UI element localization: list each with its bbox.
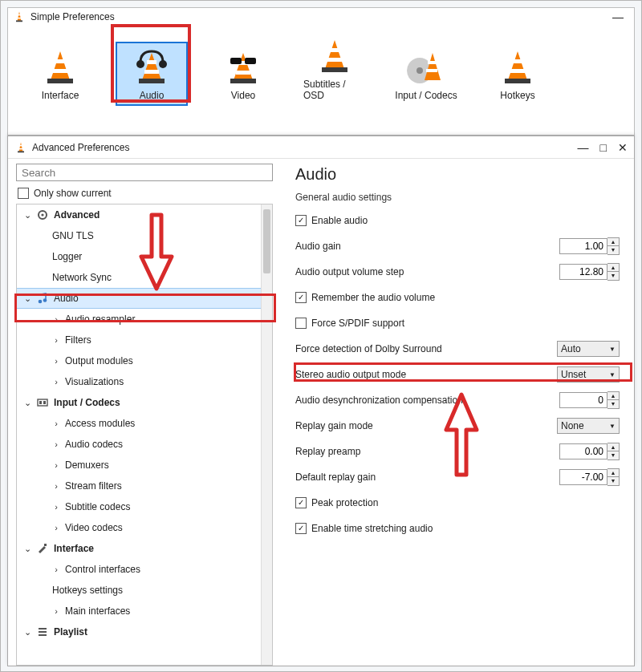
- field-label: Replay preamp: [295, 446, 559, 457]
- tree-item-video-codecs[interactable]: ›Video codecs: [17, 517, 272, 538]
- svg-rect-1: [18, 14, 21, 16]
- tree-item-stream-filters[interactable]: ›Stream filters: [17, 476, 272, 496]
- row-remember-volume[interactable]: Remember the audio volume: [295, 288, 620, 307]
- cone-icon: [494, 48, 542, 87]
- simple-preferences-window: Simple Preferences — Interface Audio Vid…: [7, 7, 635, 136]
- tree-item-audio-codecs[interactable]: ›Audio codecs: [17, 434, 272, 455]
- row-enable-audio[interactable]: Enable audio: [295, 211, 620, 230]
- chevron-right-icon: ›: [52, 377, 60, 387]
- default-replay-gain-spinner[interactable]: ▲▼: [559, 468, 620, 486]
- field-label: Force S/PDIF support: [311, 318, 620, 329]
- chevron-right-icon: ›: [52, 565, 60, 574]
- brush-icon: [36, 542, 49, 555]
- row-force-spdif[interactable]: Force S/PDIF support: [295, 314, 620, 333]
- category-label: Interface: [42, 90, 79, 101]
- tree-item-visualizations[interactable]: ›Visualizations: [17, 371, 272, 392]
- replay-preamp-input[interactable]: [559, 443, 607, 459]
- svg-rect-31: [510, 69, 525, 73]
- spin-down-icon[interactable]: ▼: [607, 477, 619, 485]
- audio-gain-input[interactable]: [559, 238, 607, 254]
- tree-item-main-interfaces[interactable]: ›Main interfaces: [17, 601, 272, 621]
- dolby-dropdown[interactable]: Auto▼: [557, 341, 620, 357]
- tree-label: Playlist: [54, 626, 87, 638]
- output-volume-step-spinner[interactable]: ▲▼: [559, 263, 620, 281]
- category-audio[interactable]: Audio: [116, 42, 188, 106]
- category-label: Video: [231, 90, 255, 101]
- row-time-stretching[interactable]: Enable time stretching audio: [295, 519, 620, 538]
- category-interface[interactable]: Interface: [24, 42, 96, 106]
- replay-preamp-spinner[interactable]: ▲▼: [559, 443, 620, 460]
- window-minimize-button[interactable]: —: [578, 141, 589, 154]
- simple-minimize-button[interactable]: —: [607, 10, 629, 23]
- window-close-button[interactable]: ✕: [618, 141, 628, 154]
- spin-down-icon[interactable]: ▼: [607, 246, 619, 254]
- svg-rect-34: [20, 144, 22, 146]
- spin-up-icon[interactable]: ▲: [607, 443, 619, 451]
- svg-rect-42: [39, 401, 42, 404]
- cone-glasses-icon: [219, 48, 267, 87]
- category-video[interactable]: Video: [207, 42, 279, 106]
- row-replay-gain-mode: Replay gain modeNone▼: [295, 416, 620, 435]
- category-hotkeys[interactable]: Hotkeys: [482, 42, 554, 106]
- tree-item-hotkeys-settings[interactable]: Hotkeys settings: [17, 580, 272, 601]
- simple-category-bar: Interface Audio Video Subtitles / OSD In…: [8, 26, 634, 106]
- tree-label: Network Sync: [52, 272, 112, 283]
- svg-rect-17: [230, 79, 256, 83]
- tree-item-audio-resampler[interactable]: ›Audio resampler: [17, 309, 272, 330]
- field-label: Enable audio: [311, 215, 620, 226]
- tree-item-filters[interactable]: ›Filters: [17, 330, 272, 350]
- tree-item-gnu-tls[interactable]: GNU TLS: [17, 225, 272, 246]
- spin-up-icon[interactable]: ▲: [607, 392, 619, 400]
- spin-down-icon[interactable]: ▼: [607, 272, 619, 280]
- tree-item-audio[interactable]: ⌄ Audio: [17, 288, 272, 309]
- svg-rect-30: [513, 59, 522, 63]
- spin-up-icon[interactable]: ▲: [607, 264, 619, 272]
- tree-label: Video codecs: [65, 522, 123, 533]
- gear-icon: [36, 208, 49, 221]
- tree-label: Logger: [52, 251, 82, 262]
- row-stereo-mode: Stereo audio output modeUnset▼: [295, 365, 620, 384]
- tree-item-advanced[interactable]: ⌄ Advanced: [17, 204, 272, 225]
- field-label: Stereo audio output mode: [295, 369, 557, 380]
- audio-gain-spinner[interactable]: ▲▼: [559, 237, 620, 255]
- checkbox-icon: [295, 292, 307, 303]
- default-replay-gain-input[interactable]: [559, 469, 607, 485]
- row-peak-protection[interactable]: Peak protection: [295, 493, 620, 512]
- chevron-right-icon: ›: [52, 356, 60, 366]
- tree-label: Input / Codecs: [54, 397, 120, 408]
- desync-spinner[interactable]: ▲▼: [559, 391, 620, 409]
- tree-item-output-modules[interactable]: ›Output modules: [17, 350, 272, 371]
- tree-item-interface[interactable]: ⌄ Interface: [17, 538, 272, 559]
- tree-label: Audio: [54, 293, 79, 304]
- desync-input[interactable]: [559, 392, 607, 408]
- output-volume-step-input[interactable]: [559, 264, 607, 280]
- tree-item-access-modules[interactable]: ›Access modules: [17, 413, 272, 434]
- svg-point-38: [41, 213, 43, 216]
- tree-scrollbar[interactable]: [261, 204, 272, 665]
- tree-item-playlist[interactable]: ⌄ Playlist: [17, 621, 272, 642]
- spin-up-icon[interactable]: ▲: [607, 238, 619, 246]
- row-replay-preamp: Replay preamp▲▼: [295, 442, 620, 461]
- tree-item-network-sync[interactable]: Network Sync: [17, 267, 272, 288]
- category-subtitles[interactable]: Subtitles / OSD: [299, 30, 371, 106]
- replay-gain-mode-dropdown[interactable]: None▼: [557, 418, 620, 434]
- tree-item-input-codecs[interactable]: ⌄ Input / Codecs: [17, 392, 272, 413]
- tree-item-logger[interactable]: Logger: [17, 246, 272, 267]
- svg-rect-10: [144, 70, 159, 74]
- row-output-volume-step: Audio output volume step▲▼: [295, 262, 620, 281]
- tree-label: Hotkeys settings: [52, 585, 123, 596]
- window-maximize-button[interactable]: □: [600, 141, 607, 154]
- spin-down-icon[interactable]: ▼: [607, 451, 619, 459]
- spin-up-icon[interactable]: ▲: [607, 469, 619, 477]
- category-input-codecs[interactable]: Input / Codecs: [390, 42, 462, 106]
- stereo-mode-dropdown[interactable]: Unset▼: [557, 366, 620, 383]
- tree-item-subtitle-codecs[interactable]: ›Subtitle codecs: [17, 496, 272, 517]
- only-show-current-checkbox[interactable]: Only show current: [18, 188, 281, 199]
- search-input[interactable]: [16, 164, 273, 181]
- row-audio-gain: Audio gain▲▼: [295, 237, 620, 256]
- tree-item-demuxers[interactable]: ›Demuxers: [17, 455, 272, 476]
- tree-label: Control interfaces: [65, 564, 140, 575]
- tree-item-control-interfaces[interactable]: ›Control interfaces: [17, 559, 272, 580]
- scrollbar-thumb[interactable]: [263, 209, 270, 273]
- spin-down-icon[interactable]: ▼: [607, 400, 619, 408]
